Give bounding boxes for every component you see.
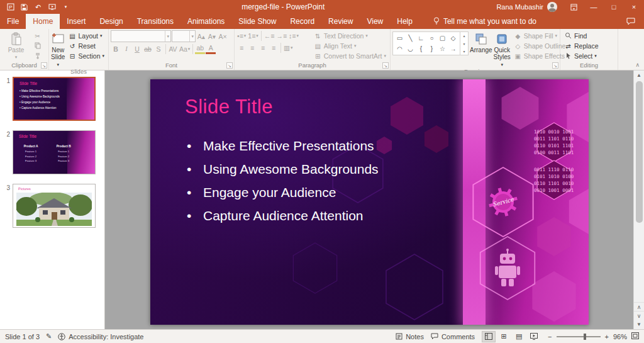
comments-bubble-icon[interactable] [618,14,644,29]
numbering-icon[interactable]: 1≡▾ [247,30,258,41]
cut-button[interactable]: ✂ [31,31,43,41]
comments-button[interactable]: Comments [431,333,475,340]
slide-show-view-icon[interactable] [527,331,541,342]
drawing-dialog-launcher-icon[interactable]: ↘ [552,62,558,69]
zoom-in-icon[interactable]: + [605,333,609,340]
bullets-icon[interactable]: •≡▾ [236,30,247,41]
slide-title[interactable]: Slide Title [185,96,273,118]
text-direction-button[interactable]: ⇅Text Direction▾ [312,31,388,41]
italic-button[interactable]: I [121,43,131,54]
tab-review[interactable]: Review [321,14,360,29]
copy-button[interactable] [31,41,43,51]
slide-bullet[interactable]: Using Awesome Backgrounds [187,162,379,177]
undo-icon[interactable]: ↶ [33,2,43,12]
reading-view-icon[interactable]: ▤ [512,331,526,342]
shapes-gallery[interactable]: ▭╲∟○▢◇ ◠◡{}☆→ ▴▾▾ [392,31,469,55]
tab-animations[interactable]: Animations [180,14,231,29]
paragraph-dialog-launcher-icon[interactable]: ↘ [382,62,389,69]
convert-smartart-button[interactable]: ⊞Convert to SmartArt▾ [312,51,388,61]
save-icon[interactable] [19,2,29,12]
slide-bullet-list[interactable]: Make Effective Presentations Using Aweso… [187,138,379,232]
character-spacing-icon[interactable]: AV [168,43,178,54]
slide-canvas[interactable]: 1010 0010 1001 0011 1101 0110 0110 0101 … [150,79,589,325]
next-slide-icon[interactable]: ∨ [634,311,644,320]
section-button[interactable]: ⊟Section▾ [66,51,106,61]
bold-button[interactable]: B [111,43,121,54]
account-button[interactable]: Rana Mubashir [490,2,564,12]
zoom-out-icon[interactable]: − [548,333,552,340]
highlight-color-icon[interactable]: ab [195,43,205,54]
layout-button[interactable]: ▤Layout▾ [66,31,106,41]
new-slide-button[interactable]: New Slide ▾ [51,30,65,68]
minimize-button[interactable]: — [584,0,604,14]
clear-formatting-icon[interactable]: A× [218,31,228,42]
paste-button[interactable]: Paste ▾ [2,30,30,60]
previous-slide-icon[interactable]: ∧ [634,302,644,311]
tell-me-box[interactable]: Tell me what you want to do [426,14,544,29]
tab-view[interactable]: View [360,14,390,29]
change-case-icon[interactable]: Aa▾ [179,43,191,54]
font-color-icon[interactable]: A [206,43,216,54]
normal-view-icon[interactable] [482,331,496,342]
slide-bullet[interactable]: Capture Audience Attention [187,208,379,223]
strikethrough-button[interactable]: ab [143,43,153,54]
arrange-button[interactable]: Arrange [470,30,492,53]
tab-home[interactable]: Home [26,14,60,29]
collapse-ribbon-icon[interactable]: ∧ [635,62,640,68]
slide-thumbnail-1[interactable]: 1 Slide Title Make Effective Presentatio… [1,77,101,121]
justify-icon[interactable]: ≡ [269,42,279,53]
scrollbar-thumb[interactable] [636,81,643,223]
font-name-combo[interactable]: ▾ [111,30,171,42]
reset-button[interactable]: ↺Reset [66,41,106,51]
tab-insert[interactable]: Insert [60,14,92,29]
columns-icon[interactable]: ▥▾ [283,42,293,53]
align-text-button[interactable]: ▤Align Text▾ [312,41,388,51]
underline-button[interactable]: U [132,43,142,54]
pen-icon[interactable]: ✎ [46,332,52,340]
slideshow-icon[interactable] [47,2,57,12]
slide-indicator[interactable]: Slide 1 of 3 [5,333,40,340]
tab-file[interactable]: File [0,14,26,29]
fit-to-window-icon[interactable] [631,332,639,340]
tab-transitions[interactable]: Transitions [130,14,180,29]
replace-button[interactable]: ⇄Replace [562,41,601,51]
maximize-button[interactable]: □ [604,0,624,14]
increase-indent-icon[interactable]: →≡ [275,30,287,41]
app-icon[interactable]: P [6,2,15,12]
tab-record[interactable]: Record [283,14,321,29]
font-size-combo[interactable]: ▾ [172,30,196,42]
decrease-indent-icon[interactable]: ←≡ [264,30,275,41]
slide-thumbnail-2[interactable]: 2 Slide Title Product A Feature 1 Featur… [1,130,101,174]
align-left-icon[interactable]: ≡ [236,42,247,53]
zoom-slider-knob[interactable] [584,334,586,340]
tab-slide-show[interactable]: Slide Show [231,14,283,29]
close-button[interactable]: × [624,0,644,14]
select-button[interactable]: Select▾ [562,51,601,61]
zoom-slider[interactable] [557,336,601,337]
clipboard-dialog-launcher-icon[interactable]: ↘ [41,62,47,69]
align-right-icon[interactable]: ≡ [258,42,268,53]
notes-button[interactable]: Notes [396,333,424,340]
quick-styles-button[interactable]: Quick Styles ▾ [494,30,511,68]
format-painter-button[interactable] [31,51,43,61]
text-shadow-button[interactable]: S [153,43,164,54]
font-dialog-launcher-icon[interactable]: ↘ [226,62,233,69]
slide-sorter-view-icon[interactable]: ⊞ [497,331,511,342]
customize-qat-icon[interactable]: ▾ [61,2,70,12]
line-spacing-icon[interactable]: ↕≡▾ [288,30,299,41]
vertical-scrollbar[interactable]: ▲ ∧ ∨ ▼ [633,70,644,329]
scroll-down-icon[interactable]: ▼ [634,320,644,329]
scroll-up-icon[interactable]: ▲ [634,70,644,80]
slide-thumbnail-3[interactable]: 3 Pictures [1,184,101,228]
slide-bullet[interactable]: Engage your Audience [187,185,379,200]
tab-design[interactable]: Design [92,14,130,29]
zoom-level[interactable]: 96% [613,333,627,340]
shapes-gallery-scroll[interactable]: ▴▾▾ [460,32,468,55]
align-center-icon[interactable]: ≡ [247,42,257,53]
find-button[interactable]: Find [562,31,601,41]
grow-font-icon[interactable]: A▴ [196,31,206,42]
slide-bullet[interactable]: Make Effective Presentations [187,138,379,154]
accessibility-status[interactable]: Accessibility: Investigate [58,333,143,340]
shrink-font-icon[interactable]: A▾ [207,31,217,42]
tab-help[interactable]: Help [390,14,419,29]
